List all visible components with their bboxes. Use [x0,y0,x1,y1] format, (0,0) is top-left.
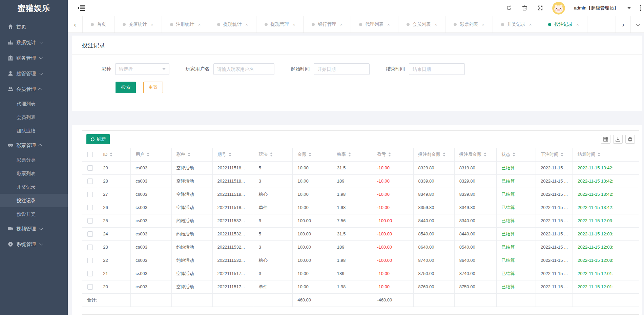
select-all-checkbox[interactable] [87,152,93,157]
user-name[interactable]: admin【超级管理员】 [574,5,618,11]
sort-icon[interactable] [229,152,231,156]
sidebar-subitem-preset-draw[interactable]: 预设开奖 [0,207,68,221]
tab-彩票列表[interactable]: 彩票列表× [445,16,493,33]
tab-close-icon[interactable]: × [198,22,201,27]
column-header-status[interactable]: 状态 [497,148,536,161]
lottery-type-select[interactable]: 请选择 [115,63,169,75]
tab-会员列表[interactable]: 会员列表× [398,16,446,33]
column-header-issue[interactable]: 期号 [212,148,254,161]
tab-close-icon[interactable]: × [151,22,153,27]
sort-icon[interactable] [443,152,445,156]
trash-icon[interactable] [521,5,528,12]
row-checkbox[interactable] [87,192,93,197]
export-icon[interactable] [613,135,623,144]
cell-status: 已结算 [497,267,536,280]
sidebar-item-home[interactable]: 首页 [0,19,68,35]
sidebar-subitem-draw-records[interactable]: 开奖记录 [0,180,68,194]
row-checkbox[interactable] [87,258,93,263]
tab-提现统计[interactable]: 提现统计× [209,16,256,33]
search-button[interactable]: 检索 [116,82,136,93]
tabs-scroll-left-icon[interactable]: ‹ [68,16,83,33]
sidebar-collapse-icon[interactable] [78,5,85,11]
column-header-after_amount[interactable]: 投注后金额 [454,148,497,161]
sidebar-item-data-stats[interactable]: 数据统计 [0,35,68,50]
tab-开奖记录[interactable]: 开奖记录× [493,16,540,33]
column-header-before_amount[interactable]: 投注前金额 [413,148,454,161]
tab-close-icon[interactable]: × [529,22,532,27]
column-header-user[interactable]: 用户 [131,148,171,161]
row-checkbox[interactable] [87,271,93,276]
sidebar-subitem-lottery-list[interactable]: 彩票列表 [0,167,68,180]
sort-icon[interactable] [110,152,112,156]
row-checkbox[interactable] [87,284,93,290]
sidebar-subitem-lottery-category[interactable]: 彩票分类 [0,153,68,167]
sidebar-item-super-admin[interactable]: 超管管理 [0,66,68,81]
sort-icon[interactable] [484,152,486,156]
lottery-type-select-value: 请选择 [119,66,133,72]
refresh-table-button[interactable]: 刷新 [86,134,110,144]
sidebar-item-finance[interactable]: 财务管理 [0,50,68,66]
column-header-amount[interactable]: 金额 [293,148,332,161]
tab-close-icon[interactable]: × [576,22,579,27]
column-header-settle_time[interactable]: 结算时间 [573,148,639,161]
reset-button[interactable]: 重置 [143,82,163,93]
sidebar-subitem-bet-records[interactable]: 投注记录 [0,194,68,207]
end-date-input[interactable] [409,63,465,75]
sidebar-subitem-member-list[interactable]: 会员列表 [0,110,68,124]
column-header-id[interactable]: ID [98,148,131,161]
tab-银行管理[interactable]: 银行管理× [304,16,351,33]
column-header-odds[interactable]: 赔率 [332,148,372,161]
row-checkbox[interactable] [87,231,93,237]
more-menu-icon[interactable] [640,4,642,12]
tab-充值统计[interactable]: 充值统计× [115,16,162,33]
start-date-input[interactable] [314,63,370,75]
sidebar-item-members[interactable]: 会员管理 [0,81,68,97]
sort-icon[interactable] [270,152,273,156]
row-checkbox[interactable] [87,245,93,250]
tab-close-icon[interactable]: × [435,22,437,27]
tab-投注记录[interactable]: 投注记录× [540,16,587,33]
fullscreen-icon[interactable] [537,5,543,12]
sidebar-subitem-agent-list[interactable]: 代理列表 [0,97,68,110]
columns-grid-icon[interactable] [601,135,610,144]
row-checkbox[interactable] [87,218,93,224]
cell-user: cs003 [131,174,171,188]
sort-icon[interactable] [188,152,190,156]
tab-注册统计[interactable]: 注册统计× [162,16,209,33]
sort-icon[interactable] [348,152,351,156]
sidebar-item-video[interactable]: 视频管理 [0,221,68,236]
tabs-options-icon[interactable] [630,16,644,33]
tab-close-icon[interactable]: × [482,22,484,27]
user-menu-caret-icon[interactable] [627,7,631,9]
tab-close-icon[interactable]: × [245,22,248,27]
sidebar-subitem-team-performance[interactable]: 团队业绩 [0,124,68,138]
sort-icon[interactable] [388,152,391,156]
row-checkbox[interactable] [87,178,93,184]
tab-close-icon[interactable]: × [340,22,342,27]
cell-settle_time: 2022-11-15 13:42: [573,161,639,174]
refresh-icon[interactable] [505,5,512,12]
sort-icon[interactable] [598,152,600,156]
tabs-scroll-right-icon[interactable]: › [616,16,630,33]
column-header-play[interactable]: 玩法 [254,148,293,161]
tab-首页[interactable]: 首页 [83,16,115,33]
column-header-lottery[interactable]: 彩种 [171,148,212,161]
sort-icon[interactable] [513,152,515,156]
tab-代理列表[interactable]: 代理列表× [351,16,398,33]
row-checkbox[interactable] [87,165,93,171]
tab-提现管理[interactable]: 提现管理× [256,16,304,33]
sort-icon[interactable] [309,152,311,156]
sort-icon[interactable] [561,152,563,156]
column-header-bet_time[interactable]: 下注时间 [536,148,573,161]
row-checkbox[interactable] [87,205,93,210]
tab-close-icon[interactable]: × [293,22,295,27]
sidebar-item-lottery[interactable]: 彩票管理 [0,138,68,153]
cell-amount: 10.00 [293,188,332,201]
column-header-profit[interactable]: 盈亏 [372,148,413,161]
sidebar-item-system[interactable]: 系统管理 [0,236,68,252]
print-icon[interactable] [625,135,635,144]
user-avatar[interactable] [552,2,565,15]
tab-close-icon[interactable]: × [387,22,390,27]
sort-icon[interactable] [147,152,149,156]
player-username-input[interactable] [213,63,274,75]
